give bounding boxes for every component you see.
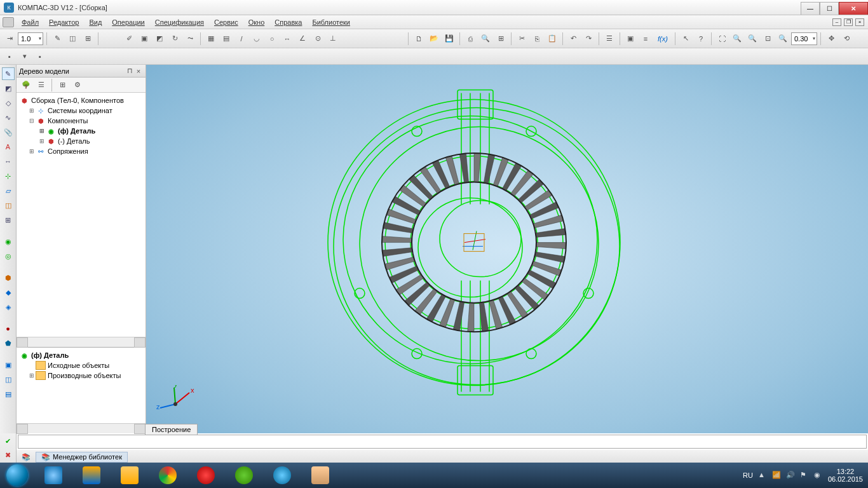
taskbar-paint[interactable]	[302, 463, 339, 487]
properties-input[interactable]	[18, 435, 867, 449]
vtool-b3-icon[interactable]: ▤	[2, 388, 15, 400]
zoom-box-icon[interactable]: ⊡	[761, 32, 775, 46]
tree-mates[interactable]: ⊞⚯Сопряжения	[18, 146, 144, 156]
tray-app-icon[interactable]: ◉	[814, 471, 823, 480]
menu-editor[interactable]: Редактор	[44, 17, 84, 28]
vtool-dim-icon[interactable]: ↔	[2, 155, 15, 168]
select-icon[interactable]: ↖	[679, 32, 693, 46]
new-doc-icon[interactable]	[3, 17, 14, 27]
prop-cancel-icon[interactable]: ✖	[2, 449, 15, 461]
mdi-restore-icon[interactable]: ❐	[844, 18, 853, 26]
tangent-icon[interactable]: ⊥	[326, 32, 340, 46]
panel-close-icon[interactable]: ×	[134, 67, 143, 75]
start-button[interactable]	[0, 463, 34, 488]
dtree-hscroll[interactable]	[17, 423, 146, 433]
vtool-b1-icon[interactable]: ▣	[2, 358, 15, 371]
vtool-plane-icon[interactable]: ▱	[2, 184, 15, 197]
vtool-surface-icon[interactable]: ◇	[2, 97, 15, 109]
cut-clip-icon[interactable]: ✂	[515, 32, 529, 46]
grid-icon[interactable]: ▤	[219, 32, 233, 46]
dtree-derived[interactable]: ⊞Производные объекты	[18, 370, 144, 381]
vtool-r1-icon[interactable]: ●	[2, 322, 15, 335]
tree-components[interactable]: ⊟⬢Компоненты	[18, 116, 144, 126]
vtool-boolean-icon[interactable]: ◫	[2, 199, 15, 212]
preview-icon[interactable]: 🔍	[478, 32, 492, 46]
tree-hscroll[interactable]	[17, 337, 146, 347]
taskbar-chrome[interactable]	[149, 463, 186, 487]
vtool-b2-icon[interactable]: ◫	[2, 373, 15, 386]
tb2-2-icon[interactable]: ▾	[18, 50, 32, 64]
prop-apply-icon[interactable]: ✔	[2, 435, 15, 447]
taskbar-explorer[interactable]	[111, 463, 148, 487]
menu-view[interactable]: Вид	[84, 17, 107, 28]
taskbar-kompas[interactable]	[264, 463, 301, 487]
detail-tree[interactable]: ◉(ф) Деталь Исходные объекты ⊞Производны…	[17, 347, 146, 423]
vtool-axis-icon[interactable]: ⊹	[2, 170, 15, 182]
tray-action-icon[interactable]: ⚑	[800, 471, 809, 480]
layers-icon[interactable]: ☰	[602, 32, 616, 46]
taskbar-ie[interactable]	[35, 463, 72, 487]
rotate-icon[interactable]: ⟲	[839, 32, 853, 46]
dimension-icon[interactable]: ↔	[280, 32, 294, 46]
tool-3-icon[interactable]: ⊞	[81, 32, 95, 46]
variables-icon[interactable]: ≡	[639, 32, 653, 46]
zoom-fit-icon[interactable]: ⛶	[715, 32, 729, 46]
menu-service[interactable]: Сервис	[209, 17, 243, 28]
tree-root[interactable]: ⬢Сборка (Тел-0, Компонентов	[18, 95, 144, 105]
menu-help[interactable]: Справка	[269, 17, 307, 28]
model-tree[interactable]: ⬢Сборка (Тел-0, Компонентов ⊞⊹Системы ко…	[17, 93, 146, 337]
undo-icon[interactable]: ↶	[566, 32, 580, 46]
tb2-3-icon[interactable]: ▪	[33, 50, 47, 64]
snap-icon[interactable]: ⊙	[311, 32, 325, 46]
menu-spec[interactable]: Спецификация	[150, 17, 209, 28]
vtool-attach-icon[interactable]: 📎	[2, 126, 15, 139]
print-icon[interactable]: ⎙	[463, 32, 477, 46]
tree-display-icon[interactable]: 🌳	[19, 78, 33, 92]
tree-expand-icon[interactable]: ⊞	[55, 78, 69, 92]
lang-indicator[interactable]: RU	[743, 471, 753, 479]
dtree-source[interactable]: Исходные объекты	[18, 360, 144, 370]
tray-network-icon[interactable]: 📶	[772, 471, 781, 480]
mdi-minimize-icon[interactable]: –	[832, 18, 841, 26]
new-icon[interactable]: 🗋	[412, 32, 426, 46]
pan-icon[interactable]: ✥	[824, 32, 838, 46]
save-icon[interactable]: 💾	[442, 32, 456, 46]
zoom-combo-icon[interactable]: 🔍	[776, 32, 790, 46]
minimize-button[interactable]: —	[801, 2, 820, 15]
vtool-o1-icon[interactable]: ⬢	[2, 271, 15, 284]
arc-icon[interactable]: ◡	[250, 32, 264, 46]
revolve-icon[interactable]: ↻	[168, 32, 182, 46]
properties-icon[interactable]: ▣	[623, 32, 637, 46]
sweep-icon[interactable]: ⤳	[183, 32, 197, 46]
vtool-edit-icon[interactable]: ✎	[2, 67, 15, 80]
viewport-tab[interactable]: Построение	[145, 424, 198, 435]
open-icon[interactable]: 📂	[427, 32, 441, 46]
tool-2-icon[interactable]: ◫	[65, 32, 79, 46]
3d-viewport[interactable]: x y z Построение	[146, 65, 868, 433]
lib-manager-tab[interactable]: 📚 Менеджер библиотек	[36, 452, 128, 463]
mdi-close-icon[interactable]: ×	[855, 18, 864, 26]
redo-icon[interactable]: ↷	[581, 32, 595, 46]
tree-detail-1[interactable]: ⊞◉(ф) Деталь	[18, 126, 144, 136]
tree-filter-icon[interactable]: ☰	[34, 78, 48, 92]
zoom-combo[interactable]: 0.30	[791, 32, 817, 45]
clock[interactable]: 13:22 06.02.2015	[828, 468, 863, 483]
lib-icon[interactable]: 📚	[19, 450, 33, 464]
vtool-g1-icon[interactable]: ◉	[2, 235, 15, 248]
vtool-array-icon[interactable]: ⊞	[2, 214, 15, 226]
fx-button[interactable]: f(x)	[654, 32, 672, 46]
vtool-text-icon[interactable]: A	[2, 140, 15, 153]
angle-icon[interactable]: ∠	[295, 32, 309, 46]
menu-file[interactable]: Файл	[17, 17, 44, 28]
taskbar-utorrent[interactable]	[226, 463, 262, 487]
vtool-part-icon[interactable]: ◩	[2, 82, 15, 95]
vtool-g2-icon[interactable]: ◎	[2, 250, 15, 262]
tool-1-icon[interactable]: ✎	[50, 32, 64, 46]
circle-icon[interactable]: ○	[265, 32, 279, 46]
tree-config-icon[interactable]: ⚙	[71, 78, 85, 92]
tree-detail-2[interactable]: ⊞⬢(-) Деталь	[18, 136, 144, 146]
paste-icon[interactable]: 📋	[545, 32, 559, 46]
menu-libraries[interactable]: Библиотеки	[307, 17, 355, 28]
tb2-1-icon[interactable]: ▪	[3, 50, 17, 64]
vtool-o2-icon[interactable]: ◆	[2, 286, 15, 299]
